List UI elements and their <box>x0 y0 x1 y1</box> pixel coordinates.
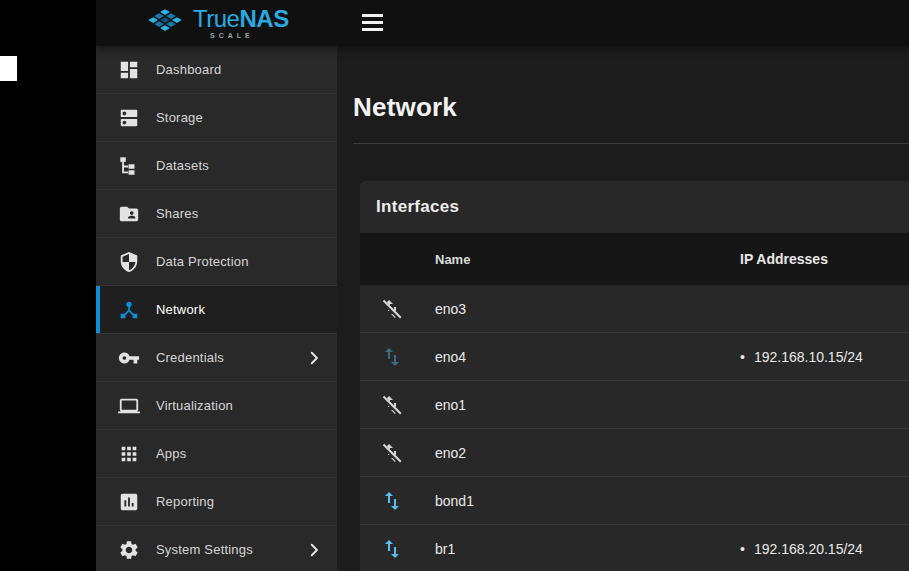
link-down-icon <box>380 393 404 417</box>
data-protection-icon <box>118 251 140 273</box>
sidebar-item-label: Reporting <box>156 494 214 509</box>
left-black-strip <box>0 0 96 571</box>
network-icon <box>118 299 140 321</box>
sidebar-item-label: Storage <box>156 110 203 125</box>
sidebar-item-reporting[interactable]: Reporting <box>96 478 337 526</box>
sidebar-item-datasets[interactable]: Datasets <box>96 142 337 190</box>
reporting-icon <box>118 491 140 513</box>
sidebar-item-label: Credentials <box>156 350 224 365</box>
link-down-icon <box>380 297 404 321</box>
datasets-icon <box>118 155 140 177</box>
interface-name: eno4 <box>435 349 740 365</box>
storage-icon <box>118 107 140 129</box>
interface-row-eno1[interactable]: eno1 <box>360 381 909 429</box>
interface-name: eno1 <box>435 397 740 413</box>
ip-address: 192.168.10.15/24 <box>754 349 863 365</box>
sidebar-item-credentials[interactable]: Credentials <box>96 334 337 382</box>
truenas-logo-icon <box>144 8 186 38</box>
sidebar-item-system-settings[interactable]: System Settings <box>96 526 337 571</box>
interface-state-cell <box>380 489 404 513</box>
link-down-icon <box>380 441 404 465</box>
system-settings-icon <box>118 539 140 561</box>
interface-ip-addresses: •192.168.20.15/24 <box>740 541 909 557</box>
chevron-right-icon <box>305 541 323 559</box>
ip-bullet: • <box>740 542 745 556</box>
interface-state-cell <box>380 537 404 561</box>
link-up-icon <box>380 537 404 561</box>
credentials-icon <box>118 347 140 369</box>
sidebar-item-label: System Settings <box>156 542 253 557</box>
interface-state-cell <box>380 441 404 465</box>
sidebar-item-shares[interactable]: Shares <box>96 190 337 238</box>
interface-name: eno2 <box>435 445 740 461</box>
interface-row-eno3[interactable]: eno3 <box>360 285 909 333</box>
link-up-icon <box>380 345 404 369</box>
main-content: Network Interfaces Name IP Addresses eno… <box>337 46 909 571</box>
interface-state-cell <box>380 345 404 369</box>
sidebar-item-label: Dashboard <box>156 62 221 77</box>
link-up-icon <box>380 489 404 513</box>
sidebar-item-apps[interactable]: Apps <box>96 430 337 478</box>
interface-ip-addresses: •192.168.10.15/24 <box>740 349 909 365</box>
sidebar-item-network[interactable]: Network <box>96 286 337 334</box>
interfaces-table-body: eno3eno4•192.168.10.15/24eno1eno2bond1br… <box>360 285 909 571</box>
ip-column-header: IP Addresses <box>740 251 909 267</box>
interfaces-card-title: Interfaces <box>376 197 459 217</box>
interface-state-cell <box>380 297 404 321</box>
sidebar-item-virtualization[interactable]: Virtualization <box>96 382 337 430</box>
sidebar-item-storage[interactable]: Storage <box>96 94 337 142</box>
truenas-app-window: TrueNAS SCALE DashboardStorageDatasetsSh… <box>0 0 909 571</box>
interface-row-br1[interactable]: br1•192.168.20.15/24 <box>360 525 909 571</box>
interfaces-table-header: Name IP Addresses <box>360 233 909 285</box>
truenas-logo-text: TrueNAS SCALE <box>193 7 289 39</box>
interface-row-bond1[interactable]: bond1 <box>360 477 909 525</box>
interface-name: br1 <box>435 541 740 557</box>
page-title: Network <box>353 93 457 121</box>
interface-row-eno2[interactable]: eno2 <box>360 429 909 477</box>
sidebar-item-label: Network <box>156 302 205 317</box>
virtualization-icon <box>118 395 140 417</box>
shares-icon <box>118 203 140 225</box>
ip-bullet: • <box>740 350 745 364</box>
interface-row-eno4[interactable]: eno4•192.168.10.15/24 <box>360 333 909 381</box>
topbar: TrueNAS SCALE <box>96 0 909 46</box>
truenas-logo[interactable]: TrueNAS SCALE <box>144 7 289 39</box>
interface-name: bond1 <box>435 493 740 509</box>
ip-address: 192.168.20.15/24 <box>754 541 863 557</box>
sidebar-item-dashboard[interactable]: Dashboard <box>96 46 337 94</box>
sidebar-item-label: Shares <box>156 206 198 221</box>
background-window-artifact <box>0 56 17 81</box>
title-divider <box>353 143 909 144</box>
sidebar-item-data-protection[interactable]: Data Protection <box>96 238 337 286</box>
apps-icon <box>118 443 140 465</box>
hamburger-icon[interactable] <box>362 14 383 31</box>
interface-state-cell <box>380 393 404 417</box>
sidebar-item-label: Virtualization <box>156 398 233 413</box>
brand-name: TrueNAS <box>193 7 289 31</box>
sidebar-item-label: Datasets <box>156 158 209 173</box>
sidebar-item-label: Apps <box>156 446 186 461</box>
interfaces-card: Interfaces Name IP Addresses eno3eno4•19… <box>360 181 909 571</box>
sidebar-item-label: Data Protection <box>156 254 249 269</box>
sidebar-nav: DashboardStorageDatasetsSharesData Prote… <box>96 46 337 571</box>
name-column-header: Name <box>435 252 740 267</box>
interfaces-card-header: Interfaces <box>360 181 909 233</box>
brand-edition: SCALE <box>193 32 289 39</box>
chevron-right-icon <box>305 349 323 367</box>
interface-name: eno3 <box>435 301 740 317</box>
dashboard-icon <box>118 59 140 81</box>
